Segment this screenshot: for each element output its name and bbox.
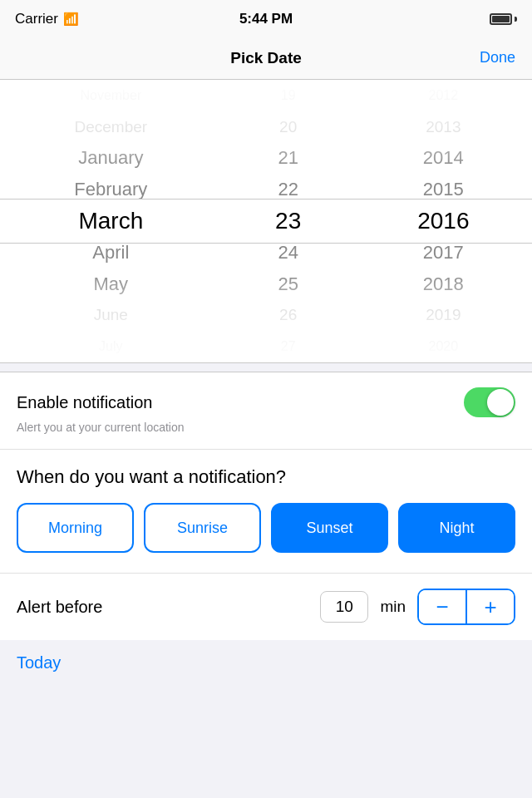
month-item-december[interactable]: December (0, 111, 222, 143)
status-time: 5:44 PM (239, 11, 293, 27)
carrier-label: Carrier (15, 11, 58, 27)
today-section: Today (0, 640, 532, 686)
time-btn-sunrise[interactable]: Sunrise (144, 503, 261, 553)
notif-toggle[interactable] (464, 387, 515, 417)
notif-time-section: When do you want a notification? Morning… (0, 450, 532, 573)
year-item-2012[interactable]: 2012 (355, 80, 532, 111)
decrement-button[interactable]: − (419, 590, 466, 623)
month-item-march[interactable]: March (0, 205, 222, 237)
notif-label: Enable notification (17, 393, 152, 412)
battery-icon (490, 13, 517, 25)
alert-value: 10 (336, 598, 353, 616)
alert-label: Alert before (17, 598, 308, 617)
month-item-february[interactable]: February (0, 174, 222, 205)
day-item-23[interactable]: 23 (222, 205, 355, 237)
day-item-25[interactable]: 25 (222, 268, 355, 300)
battery-body (490, 13, 512, 25)
carrier-info: Carrier 📶 (15, 11, 79, 27)
month-item-july[interactable]: July (0, 331, 222, 362)
time-btn-morning[interactable]: Morning (17, 503, 134, 553)
battery-cap (515, 17, 517, 22)
year-item-2013[interactable]: 2013 (355, 111, 532, 143)
picker-columns: NovemberDecemberJanuaryFebruaryMarchApri… (0, 80, 532, 362)
month-item-june[interactable]: June (0, 299, 222, 331)
wifi-icon: 📶 (63, 12, 79, 27)
alert-min: min (380, 598, 406, 616)
increment-button[interactable]: + (467, 590, 514, 623)
day-item-21[interactable]: 21 (222, 143, 355, 175)
month-item-january[interactable]: January (0, 143, 222, 175)
today-link[interactable]: Today (17, 653, 61, 672)
time-buttons: MorningSunriseSunsetNight (17, 503, 515, 553)
nav-bar: Pick Date Done (0, 37, 532, 80)
year-item-2014[interactable]: 2014 (355, 143, 532, 175)
day-item-22[interactable]: 22 (222, 174, 355, 205)
alert-section: Alert before 10 min − + (0, 573, 532, 640)
status-bar: Carrier 📶 5:44 PM (0, 0, 532, 37)
alert-controls: − + (417, 589, 515, 625)
notif-sublabel: Alert you at your current location (17, 421, 515, 434)
month-item-may[interactable]: May (0, 268, 222, 300)
day-item-20[interactable]: 20 (222, 111, 355, 143)
month-item-november[interactable]: November (0, 80, 222, 111)
notif-row: Enable notification (17, 387, 515, 417)
date-picker[interactable]: NovemberDecemberJanuaryFebruaryMarchApri… (0, 80, 532, 362)
section-divider (0, 362, 532, 372)
notif-time-question: When do you want a notification? (17, 466, 515, 488)
day-item-26[interactable]: 26 (222, 299, 355, 331)
year-item-2020[interactable]: 2020 (355, 331, 532, 362)
time-btn-sunset[interactable]: Sunset (271, 503, 388, 553)
year-item-2015[interactable]: 2015 (355, 174, 532, 205)
year-column[interactable]: 201220132014201520162017201820192020 (355, 80, 532, 362)
battery-fill (492, 16, 510, 22)
time-btn-night[interactable]: Night (398, 503, 515, 553)
toggle-knob (487, 389, 514, 416)
year-item-2016[interactable]: 2016 (355, 205, 532, 237)
month-item-april[interactable]: April (0, 237, 222, 268)
year-item-2017[interactable]: 2017 (355, 237, 532, 268)
day-item-24[interactable]: 24 (222, 237, 355, 268)
nav-title: Pick Date (230, 49, 302, 67)
notification-section: Enable notification Alert you at your cu… (0, 372, 532, 450)
day-item-27[interactable]: 27 (222, 331, 355, 362)
year-item-2019[interactable]: 2019 (355, 299, 532, 331)
day-item-19[interactable]: 19 (222, 80, 355, 111)
alert-value-box: 10 (320, 591, 368, 623)
done-button[interactable]: Done (480, 49, 515, 66)
month-column[interactable]: NovemberDecemberJanuaryFebruaryMarchApri… (0, 80, 222, 362)
day-column[interactable]: 192021222324252627 (222, 80, 355, 362)
year-item-2018[interactable]: 2018 (355, 268, 532, 300)
